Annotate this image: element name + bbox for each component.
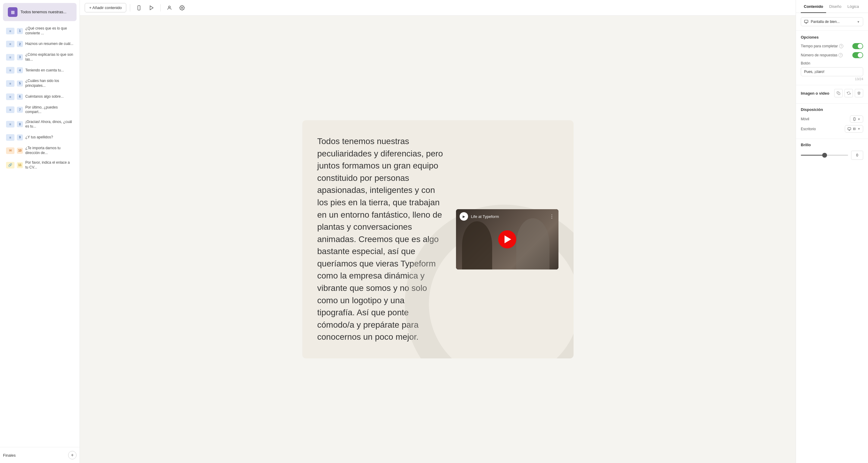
- sidebar-item-icon-9: ≡: [6, 134, 14, 141]
- tiempo-info-icon[interactable]: ?: [839, 44, 843, 48]
- disposition-section: Disposición Móvil ▼ Escritorio ⊟ ▼: [796, 104, 868, 139]
- screen-type-dropdown[interactable]: Pantalla de bien... ▼: [801, 17, 863, 26]
- media-section: Imagen o video: [796, 85, 868, 104]
- screen-dropdown-section: Pantalla de bien... ▼: [796, 13, 868, 31]
- brillo-section: Brillo 0: [796, 139, 868, 163]
- svg-point-4: [181, 7, 183, 8]
- sidebar-item-icon-7: ≡: [6, 106, 14, 113]
- welcome-icon: ▦: [8, 7, 18, 17]
- form-card-text: Todos tenemos nuestras peculiaridades y …: [317, 135, 444, 343]
- media-copy-button[interactable]: [834, 89, 843, 97]
- sidebar-item-label-7: Por último, ¿puedes compart...: [25, 105, 73, 115]
- svg-point-3: [168, 6, 170, 8]
- media-actions: [834, 89, 863, 97]
- add-content-label: + Añadir contenido: [89, 5, 122, 10]
- sidebar-item-icon-1: ≡: [6, 28, 14, 34]
- sidebar-item-8[interactable]: ≡ 8 ¡Gracias! Ahora, dinos, ¿cuál es tu.…: [2, 117, 77, 131]
- right-panel: Contenido Diseño Lógica Pantalla de bien…: [796, 0, 868, 463]
- sidebar-item-num-6: 6: [17, 94, 23, 100]
- sidebar-footer-add-button[interactable]: +: [68, 451, 76, 459]
- sidebar-item-num-1: 1: [17, 28, 23, 34]
- media-delete-button[interactable]: [855, 89, 863, 97]
- escritorio-label: Escritorio: [801, 127, 816, 131]
- sidebar-item-label-4: Teniendo en cuenta tu...: [25, 68, 73, 73]
- sidebar-item-label-10: ¿Te importa darnos tu dirección de...: [25, 146, 73, 155]
- tiempo-toggle[interactable]: [852, 43, 863, 49]
- sidebar-footer: Finales +: [0, 447, 80, 463]
- brillo-value: 0: [851, 151, 863, 160]
- settings-button[interactable]: [177, 3, 187, 13]
- svg-rect-10: [848, 127, 851, 130]
- disposition-title: Disposición: [801, 107, 863, 112]
- media-replace-button[interactable]: [844, 89, 853, 97]
- video-title-text: Life at Typeform: [471, 214, 499, 219]
- tiempo-label: Tiempo para completar ?: [801, 44, 843, 48]
- screen-type-icon: [804, 20, 808, 24]
- sidebar-item-icon-6: ≡: [6, 93, 14, 100]
- movil-row: Móvil ▼: [801, 116, 863, 123]
- play-button[interactable]: [147, 3, 157, 13]
- sidebar-item-5[interactable]: ≡ 5 ¿Cuáles han sido los principales...: [2, 76, 77, 90]
- sidebar-item-4[interactable]: ≡ 4 Teniendo en cuenta tu...: [2, 64, 77, 76]
- sidebar-item-7[interactable]: ≡ 7 Por último, ¿puedes compart...: [2, 103, 77, 117]
- sidebar-footer-label: Finales: [3, 453, 16, 458]
- svg-rect-5: [804, 20, 808, 23]
- movil-chevron: ▼: [858, 118, 861, 121]
- sidebar-item-icon-3: ≡: [6, 54, 14, 61]
- sidebar-item-9[interactable]: ≡ 9 ¿Y tus apellidos?: [2, 132, 77, 143]
- sidebar-item-num-2: 2: [17, 41, 23, 47]
- replace-icon: [847, 91, 850, 95]
- sidebar-item-num-5: 5: [17, 81, 23, 87]
- sidebar-item-num-9: 9: [17, 134, 23, 141]
- escritorio-select[interactable]: ⊟ ▼: [845, 125, 863, 133]
- main-area: + Añadir contenido Todos tenemos nuestra…: [80, 0, 796, 463]
- brillo-slider[interactable]: [801, 155, 848, 156]
- add-content-button[interactable]: + Añadir contenido: [85, 3, 126, 12]
- video-embed[interactable]: ▶ Life at Typeform ⋮: [456, 209, 558, 270]
- sidebar-item-num-3: 3: [17, 54, 23, 60]
- sidebar-item-1[interactable]: ≡ 1 ¿Qué crees que es lo que convierte .…: [2, 24, 77, 38]
- tab-logica[interactable]: Lógica: [844, 0, 862, 13]
- sidebar-item-label-1: ¿Qué crees que es lo que convierte ...: [25, 26, 73, 36]
- sidebar-item-2[interactable]: ≡ 2 Haznos un resumen de cuál...: [2, 38, 77, 50]
- tab-contenido[interactable]: Contenido: [801, 0, 826, 13]
- mobile-icon: [136, 5, 142, 10]
- movil-layout-icon: [852, 117, 856, 121]
- numero-info-icon[interactable]: ?: [838, 53, 843, 57]
- sidebar-welcome-item[interactable]: ▦ Todos tenemos nuestras...: [3, 3, 76, 21]
- svg-rect-9: [854, 118, 855, 121]
- mobile-preview-button[interactable]: [134, 3, 144, 13]
- user-icon: [167, 5, 172, 10]
- video-more-dots: ⋮: [550, 214, 555, 219]
- copy-icon: [837, 91, 840, 95]
- form-card: Todos tenemos nuestras peculiaridades y …: [302, 120, 574, 359]
- sidebar-item-11[interactable]: 🔗 11 Por favor, indica el enlace a tu CV…: [2, 158, 77, 172]
- sidebar-item-num-10: 10: [17, 148, 23, 154]
- brillo-controls: 0: [801, 151, 863, 160]
- media-section-header: Imagen o video: [801, 89, 863, 97]
- user-icon-button[interactable]: [164, 3, 175, 13]
- sidebar-item-icon-8: ≡: [6, 121, 14, 127]
- video-play-button[interactable]: [498, 230, 516, 248]
- numero-label: Número de respuestas ?: [801, 53, 843, 57]
- opciones-section: Opciones Tiempo para completar ? Número …: [796, 31, 868, 85]
- sidebar-item-label-5: ¿Cuáles han sido los principales...: [25, 79, 73, 88]
- sidebar-item-label-11: Por favor, indica el enlace a tu CV...: [25, 160, 73, 170]
- sidebar-item-3[interactable]: ≡ 3 ¿Cómo explicarías lo que son las...: [2, 50, 77, 64]
- numero-toggle[interactable]: [852, 52, 863, 58]
- sidebar-item-num-4: 4: [17, 67, 23, 73]
- escritorio-chevron: ▼: [858, 127, 861, 130]
- sidebar-item-num-8: 8: [17, 121, 23, 127]
- sidebar-item-label-6: Cuéntanos algo sobre...: [25, 94, 73, 99]
- sidebar-item-num-11: 11: [17, 162, 23, 168]
- movil-label: Móvil: [801, 117, 809, 121]
- movil-select[interactable]: ▼: [850, 116, 863, 123]
- brillo-label: Brillo: [801, 143, 863, 147]
- sidebar-item-icon-10: ✉: [6, 147, 14, 154]
- sidebar-item-10[interactable]: ✉ 10 ¿Te importa darnos tu dirección de.…: [2, 144, 77, 158]
- tab-diseno[interactable]: Diseño: [826, 0, 844, 13]
- boton-input[interactable]: [801, 67, 863, 76]
- sidebar-item-6[interactable]: ≡ 6 Cuéntanos algo sobre...: [2, 91, 77, 102]
- dropdown-chevron-icon: ▼: [857, 20, 860, 24]
- play-icon: [149, 5, 154, 10]
